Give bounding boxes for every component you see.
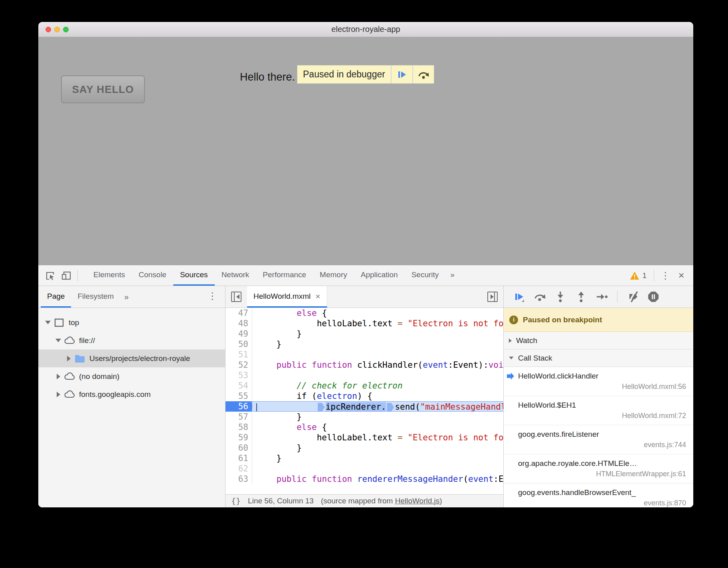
expand-debugger-button[interactable] [482,286,503,308]
code-line[interactable]: 49 } [226,329,503,339]
close-window-button[interactable] [46,27,51,32]
say-hello-button[interactable]: SAY HELLO [61,75,145,103]
watch-section-header[interactable]: Watch [504,332,693,349]
code-line[interactable]: 55 if (electron) { [226,391,503,401]
code-line[interactable]: 59 helloLabel.text = "Electron is not fo… [226,432,503,443]
line-number[interactable]: 47 [226,308,252,318]
call-stack-frame[interactable]: goog.events.handleBrowserEvent_events.js… [504,483,693,507]
tree-item-label: fonts.googleapis.com [79,390,151,399]
step-into-button[interactable] [552,289,569,305]
resume-script-button[interactable] [392,65,412,83]
tab-memory[interactable]: Memory [313,265,354,286]
watch-label: Watch [516,336,537,345]
tab-security[interactable]: Security [405,265,446,286]
tab-performance[interactable]: Performance [256,265,313,286]
code-line[interactable]: 51 [226,349,503,360]
step-over-banner-button[interactable] [413,65,434,83]
console-warnings-badge[interactable]: 1 [626,271,651,280]
code-line[interactable]: 63 public function rendererMessageHander… [226,474,503,484]
resume-button[interactable] [510,289,528,305]
code-line[interactable]: 53 [226,370,503,381]
code-line[interactable]: 54 // check for electron [226,381,503,391]
navigator-tab-page[interactable]: Page [41,286,71,308]
tab-elements[interactable]: Elements [87,265,132,286]
code-line[interactable]: 57 } [226,412,503,422]
code-line[interactable]: 47 else { [226,308,503,318]
line-number[interactable]: 60 [226,443,252,453]
line-number[interactable]: 62 [226,463,252,474]
chevron-right-icon[interactable] [54,374,62,379]
collapse-navigator-button[interactable] [226,286,247,308]
execution-line[interactable]: 56 ipcRenderer.send("mainMessageHandler"… [226,401,503,412]
line-number[interactable]: 55 [226,391,252,401]
tab-sources[interactable]: Sources [173,265,215,286]
tab-console[interactable]: Console [132,265,173,286]
navigator-more-tabs-button[interactable]: » [120,292,133,302]
code-line[interactable]: 58 else { [226,422,503,432]
call-stack-frame[interactable]: HelloWorld.clickHandlerHelloWorld.mxml:5… [504,367,693,396]
code-line[interactable]: 48 helloLabel.text = "Electron is not fo… [226,318,503,329]
tree-item-fonts-googleapis-com[interactable]: fonts.googleapis.com [38,385,225,403]
tab-network[interactable]: Network [215,265,256,286]
code-line[interactable]: 60 } [226,443,503,453]
devtools-close-button[interactable]: × [673,268,689,283]
titlebar[interactable]: electron-royale-app [38,22,693,37]
line-number[interactable]: 63 [226,474,252,484]
code-line[interactable]: 50 } [226,339,503,349]
navigator-menu-button[interactable]: ⋮ [202,293,223,301]
source-map-link[interactable]: HelloWorld.js [395,497,440,505]
chevron-right-icon[interactable] [54,392,62,397]
line-number[interactable]: 51 [226,349,252,360]
line-number[interactable]: 57 [226,412,252,422]
close-tab-icon[interactable]: × [315,292,320,301]
pause-on-exceptions-button[interactable] [645,289,662,305]
source-editor: HelloWorld.mxml × 47 else {48 helloLabel… [226,286,503,507]
code-line[interactable]: 61 } [226,453,503,463]
line-number[interactable]: 52 [226,360,252,370]
line-content: else { [252,422,503,432]
deactivate-breakpoints-button[interactable] [624,289,641,305]
chevron-down-icon[interactable] [44,321,52,324]
code-line[interactable]: 52 public function clickHandler(event:Ev… [226,360,503,370]
step-button[interactable] [593,289,611,305]
line-number[interactable]: 56 [226,401,252,412]
call-stack-frame[interactable]: org.apache.royale.core.HTMLEle…HTMLEleme… [504,454,693,483]
line-number[interactable]: 48 [226,318,252,329]
step-out-button[interactable] [572,289,590,305]
call-stack-frame[interactable]: goog.events.fireListenerevents.js:744 [504,425,693,454]
code-view[interactable]: 47 else {48 helloLabel.text = "Electron … [226,308,503,494]
line-number[interactable]: 54 [226,381,252,391]
code-line[interactable]: 62 [226,463,503,474]
tree-item-top[interactable]: top [38,314,225,331]
panel-left-icon [231,292,241,302]
device-toolbar-button[interactable] [58,268,74,283]
editor-tab-helloworld[interactable]: HelloWorld.mxml × [247,286,327,308]
line-number[interactable]: 49 [226,329,252,339]
call-stack-frame[interactable]: HelloWorld.$EH1HelloWorld.mxml:72 [504,396,693,425]
call-stack-section-header[interactable]: Call Stack [504,349,693,367]
tree-item-file-[interactable]: file:// [38,331,225,349]
navigator-tab-filesystem[interactable]: Filesystem [71,286,120,308]
line-number[interactable]: 58 [226,422,252,432]
frame-location: HelloWorld.mxml:72 [518,410,686,421]
tree-item--no-domain-[interactable]: (no domain) [38,367,225,385]
step-over-button[interactable] [531,289,548,305]
chevron-right-icon[interactable] [65,356,73,361]
continue-to-here-icon[interactable] [387,403,394,412]
more-tabs-button[interactable]: » [445,265,459,286]
chevron-down-icon[interactable] [54,339,62,342]
minimize-window-button[interactable] [54,27,60,32]
devtools-menu-button[interactable]: ⋮ [657,268,673,283]
tree-item-users-projects-electron-royale[interactable]: Users/projects/electron-royale [38,349,225,367]
cloud-icon [64,390,76,399]
line-content [252,463,503,474]
line-number[interactable]: 50 [226,339,252,349]
inspect-element-button[interactable] [42,268,58,283]
pretty-print-icon[interactable]: {} [231,496,241,506]
line-number[interactable]: 59 [226,432,252,443]
continue-to-here-icon[interactable] [318,403,325,412]
line-number[interactable]: 53 [226,370,252,381]
tab-application[interactable]: Application [354,265,405,286]
line-number[interactable]: 61 [226,453,252,463]
zoom-window-button[interactable] [63,27,69,32]
